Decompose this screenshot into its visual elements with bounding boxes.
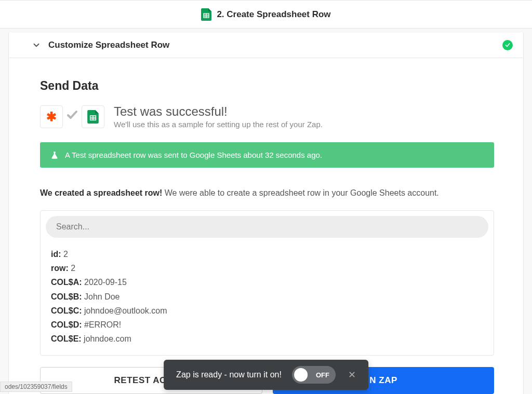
google-sheets-icon-small bbox=[82, 105, 104, 128]
field-list: id: 2row: 2COL$A: 2020-09-15COL$B: John … bbox=[46, 245, 488, 350]
field-row: COL$C: johndoe@outlook.com bbox=[51, 304, 483, 318]
field-key: COL$D: bbox=[51, 320, 82, 329]
toggle-knob bbox=[294, 368, 308, 382]
check-icon bbox=[66, 109, 78, 125]
field-value: johndoe@outlook.com bbox=[82, 306, 167, 315]
step-header: 2. Create Spreadsheet Row bbox=[0, 0, 532, 29]
test-success-subtitle: We'll use this as a sample for setting u… bbox=[114, 120, 323, 129]
created-rest: We were able to create a spreadsheet row… bbox=[162, 188, 438, 197]
send-data-heading: Send Data bbox=[40, 79, 494, 93]
flask-icon bbox=[50, 151, 59, 159]
zap-toggle[interactable]: OFF bbox=[292, 366, 336, 384]
field-value: 2 bbox=[61, 250, 68, 259]
field-row: COL$D: #ERROR! bbox=[51, 318, 483, 332]
google-sheets-icon bbox=[201, 8, 211, 21]
content-area: Send Data ✱ bbox=[9, 58, 523, 394]
test-success-title: Test was successful! bbox=[114, 104, 323, 119]
status-bar-hint: odes/102359037/fields bbox=[0, 382, 72, 392]
created-bold: We created a spreadsheet row! bbox=[40, 188, 162, 197]
main-panel: Customize Spreadsheet Row Send Data ✱ bbox=[8, 33, 524, 394]
section-title: Customize Spreadsheet Row bbox=[48, 40, 502, 50]
ready-toast: Zap is ready - now turn it on! OFF ✕ bbox=[164, 360, 368, 390]
toggle-label: OFF bbox=[316, 371, 329, 379]
close-icon[interactable]: ✕ bbox=[346, 369, 358, 381]
search-input[interactable] bbox=[46, 216, 488, 238]
section-customize-row[interactable]: Customize Spreadsheet Row bbox=[9, 33, 523, 58]
created-message: We created a spreadsheet row! We were ab… bbox=[40, 188, 494, 198]
status-complete-icon bbox=[502, 40, 513, 50]
field-key: COL$A: bbox=[51, 278, 82, 287]
field-value: 2 bbox=[69, 264, 75, 273]
field-key: COL$B: bbox=[51, 292, 82, 301]
field-value: #ERROR! bbox=[82, 320, 122, 329]
test-result-text: Test was successful! We'll use this as a… bbox=[114, 104, 323, 129]
step-title: 2. Create Spreadsheet Row bbox=[217, 9, 330, 20]
field-key: COL$C: bbox=[51, 306, 82, 315]
success-banner: A Test spreadsheet row was sent to Googl… bbox=[40, 142, 494, 168]
chevron-down-icon bbox=[32, 40, 41, 50]
field-value: johndoe.com bbox=[82, 334, 131, 343]
app-icon-cluster: ✱ bbox=[40, 105, 104, 128]
field-row: COL$E: johndoe.com bbox=[51, 332, 483, 346]
field-key: id: bbox=[51, 250, 61, 259]
field-row: COL$A: 2020-09-15 bbox=[51, 275, 483, 289]
field-value: John Doe bbox=[82, 292, 120, 301]
field-key: row: bbox=[51, 264, 69, 273]
zapier-icon: ✱ bbox=[40, 105, 63, 128]
field-row: id: 2 bbox=[51, 247, 483, 261]
field-key: COL$E: bbox=[51, 334, 82, 343]
banner-text: A Test spreadsheet row was sent to Googl… bbox=[65, 151, 322, 159]
toast-text: Zap is ready - now turn it on! bbox=[176, 370, 282, 379]
result-box: id: 2row: 2COL$A: 2020-09-15COL$B: John … bbox=[40, 210, 494, 356]
field-row: row: 2 bbox=[51, 261, 483, 275]
field-row: COL$B: John Doe bbox=[51, 290, 483, 304]
test-result-row: ✱ Test was successful! bbox=[40, 104, 494, 129]
field-value: 2020-09-15 bbox=[82, 278, 127, 287]
